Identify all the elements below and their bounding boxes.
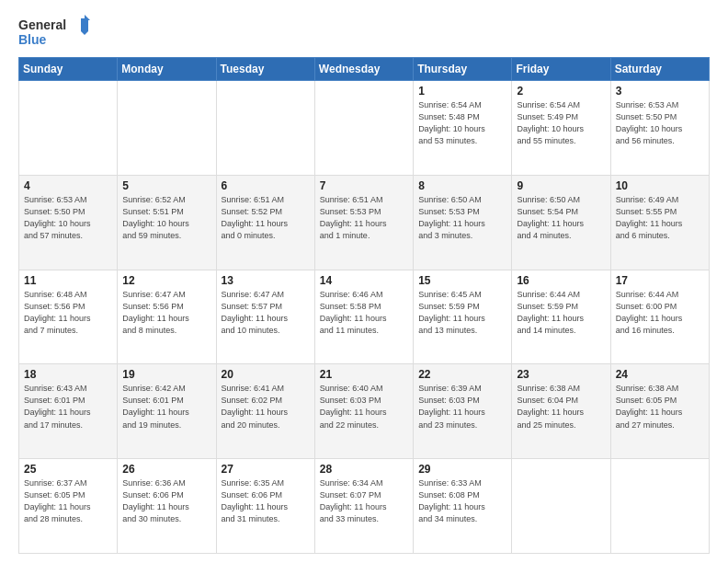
day-info: Sunrise: 6:36 AM Sunset: 6:06 PM Dayligh… <box>122 477 210 525</box>
calendar-header-monday: Monday <box>118 58 216 81</box>
day-number: 18 <box>24 368 112 381</box>
day-number: 23 <box>517 368 605 381</box>
day-number: 16 <box>517 274 605 287</box>
day-info: Sunrise: 6:38 AM Sunset: 6:05 PM Dayligh… <box>616 383 704 431</box>
calendar-cell: 16Sunrise: 6:44 AM Sunset: 5:59 PM Dayli… <box>512 270 610 364</box>
calendar-cell: 27Sunrise: 6:35 AM Sunset: 6:06 PM Dayli… <box>216 459 314 554</box>
calendar-cell: 26Sunrise: 6:36 AM Sunset: 6:06 PM Dayli… <box>118 459 216 554</box>
day-info: Sunrise: 6:34 AM Sunset: 6:07 PM Dayligh… <box>320 477 408 525</box>
calendar-cell <box>314 81 413 176</box>
day-info: Sunrise: 6:45 AM Sunset: 5:59 PM Dayligh… <box>418 289 506 337</box>
day-number: 2 <box>517 85 605 98</box>
day-info: Sunrise: 6:41 AM Sunset: 6:02 PM Dayligh… <box>222 383 310 431</box>
day-number: 20 <box>222 368 310 381</box>
day-number: 27 <box>222 463 310 476</box>
calendar-cell: 8Sunrise: 6:50 AM Sunset: 5:53 PM Daylig… <box>414 175 512 270</box>
day-info: Sunrise: 6:37 AM Sunset: 6:05 PM Dayligh… <box>24 477 112 525</box>
calendar-header-wednesday: Wednesday <box>314 58 413 81</box>
calendar-cell: 6Sunrise: 6:51 AM Sunset: 5:52 PM Daylig… <box>216 175 314 270</box>
calendar-cell: 15Sunrise: 6:45 AM Sunset: 5:59 PM Dayli… <box>414 270 512 364</box>
day-info: Sunrise: 6:44 AM Sunset: 5:59 PM Dayligh… <box>517 289 605 337</box>
day-info: Sunrise: 6:47 AM Sunset: 5:56 PM Dayligh… <box>122 289 210 337</box>
day-number: 25 <box>24 463 112 476</box>
calendar-cell: 28Sunrise: 6:34 AM Sunset: 6:07 PM Dayli… <box>314 459 413 554</box>
day-number: 14 <box>320 274 408 287</box>
calendar-cell <box>512 459 610 554</box>
calendar-cell: 10Sunrise: 6:49 AM Sunset: 5:55 PM Dayli… <box>610 175 709 270</box>
calendar-cell <box>118 81 216 176</box>
day-info: Sunrise: 6:46 AM Sunset: 5:58 PM Dayligh… <box>320 289 408 337</box>
day-number: 4 <box>24 179 112 192</box>
day-number: 6 <box>222 179 310 192</box>
calendar-cell: 23Sunrise: 6:38 AM Sunset: 6:04 PM Dayli… <box>512 364 610 459</box>
calendar-header-sunday: Sunday <box>19 58 118 81</box>
calendar-cell: 14Sunrise: 6:46 AM Sunset: 5:58 PM Dayli… <box>314 270 413 364</box>
calendar-cell: 12Sunrise: 6:47 AM Sunset: 5:56 PM Dayli… <box>118 270 216 364</box>
day-info: Sunrise: 6:53 AM Sunset: 5:50 PM Dayligh… <box>24 194 112 242</box>
day-info: Sunrise: 6:33 AM Sunset: 6:08 PM Dayligh… <box>418 477 506 525</box>
calendar-cell: 20Sunrise: 6:41 AM Sunset: 6:02 PM Dayli… <box>216 364 314 459</box>
svg-text:Blue: Blue <box>18 32 47 47</box>
day-info: Sunrise: 6:50 AM Sunset: 5:54 PM Dayligh… <box>517 194 605 242</box>
calendar-cell: 22Sunrise: 6:39 AM Sunset: 6:03 PM Dayli… <box>414 364 512 459</box>
day-info: Sunrise: 6:54 AM Sunset: 5:48 PM Dayligh… <box>418 99 506 147</box>
calendar-header-saturday: Saturday <box>610 58 709 81</box>
calendar-cell: 3Sunrise: 6:53 AM Sunset: 5:50 PM Daylig… <box>610 81 709 176</box>
header: General Blue <box>18 15 710 50</box>
svg-marker-3 <box>85 15 90 20</box>
calendar-cell: 11Sunrise: 6:48 AM Sunset: 5:56 PM Dayli… <box>19 270 118 364</box>
day-number: 13 <box>222 274 310 287</box>
day-number: 5 <box>122 179 210 192</box>
day-info: Sunrise: 6:44 AM Sunset: 6:00 PM Dayligh… <box>616 289 704 337</box>
day-info: Sunrise: 6:35 AM Sunset: 6:06 PM Dayligh… <box>222 477 310 525</box>
day-info: Sunrise: 6:51 AM Sunset: 5:52 PM Dayligh… <box>222 194 310 242</box>
day-number: 9 <box>517 179 605 192</box>
calendar-cell <box>610 459 709 554</box>
day-number: 17 <box>616 274 704 287</box>
calendar-header-friday: Friday <box>512 58 610 81</box>
calendar-cell: 4Sunrise: 6:53 AM Sunset: 5:50 PM Daylig… <box>19 175 118 270</box>
day-number: 26 <box>122 463 210 476</box>
day-number: 10 <box>616 179 704 192</box>
calendar-cell: 1Sunrise: 6:54 AM Sunset: 5:48 PM Daylig… <box>414 81 512 176</box>
calendar-cell: 9Sunrise: 6:50 AM Sunset: 5:54 PM Daylig… <box>512 175 610 270</box>
calendar-cell: 2Sunrise: 6:54 AM Sunset: 5:49 PM Daylig… <box>512 81 610 176</box>
day-number: 28 <box>320 463 408 476</box>
day-info: Sunrise: 6:40 AM Sunset: 6:03 PM Dayligh… <box>320 383 408 431</box>
calendar-cell: 7Sunrise: 6:51 AM Sunset: 5:53 PM Daylig… <box>314 175 413 270</box>
calendar-cell: 21Sunrise: 6:40 AM Sunset: 6:03 PM Dayli… <box>314 364 413 459</box>
calendar-week-2: 4Sunrise: 6:53 AM Sunset: 5:50 PM Daylig… <box>19 175 710 270</box>
day-number: 19 <box>122 368 210 381</box>
day-info: Sunrise: 6:49 AM Sunset: 5:55 PM Dayligh… <box>616 194 704 242</box>
day-number: 7 <box>320 179 408 192</box>
day-info: Sunrise: 6:50 AM Sunset: 5:53 PM Dayligh… <box>418 194 506 242</box>
day-number: 21 <box>320 368 408 381</box>
day-number: 15 <box>418 274 506 287</box>
calendar-week-1: 1Sunrise: 6:54 AM Sunset: 5:48 PM Daylig… <box>19 81 710 176</box>
day-number: 11 <box>24 274 112 287</box>
calendar-header-row: SundayMondayTuesdayWednesdayThursdayFrid… <box>19 58 710 81</box>
day-info: Sunrise: 6:51 AM Sunset: 5:53 PM Dayligh… <box>320 194 408 242</box>
calendar-table: SundayMondayTuesdayWednesdayThursdayFrid… <box>18 57 710 554</box>
calendar-cell: 29Sunrise: 6:33 AM Sunset: 6:08 PM Dayli… <box>414 459 512 554</box>
day-info: Sunrise: 6:43 AM Sunset: 6:01 PM Dayligh… <box>24 383 112 431</box>
day-info: Sunrise: 6:42 AM Sunset: 6:01 PM Dayligh… <box>122 383 210 431</box>
calendar-header-tuesday: Tuesday <box>216 58 314 81</box>
calendar-cell <box>216 81 314 176</box>
day-info: Sunrise: 6:54 AM Sunset: 5:49 PM Dayligh… <box>517 99 605 147</box>
day-number: 22 <box>418 368 506 381</box>
calendar-week-4: 18Sunrise: 6:43 AM Sunset: 6:01 PM Dayli… <box>19 364 710 459</box>
calendar-cell: 18Sunrise: 6:43 AM Sunset: 6:01 PM Dayli… <box>19 364 118 459</box>
svg-text:General: General <box>18 17 66 32</box>
calendar-cell: 5Sunrise: 6:52 AM Sunset: 5:51 PM Daylig… <box>118 175 216 270</box>
calendar-header-thursday: Thursday <box>414 58 512 81</box>
day-info: Sunrise: 6:52 AM Sunset: 5:51 PM Dayligh… <box>122 194 210 242</box>
calendar-cell: 13Sunrise: 6:47 AM Sunset: 5:57 PM Dayli… <box>216 270 314 364</box>
day-info: Sunrise: 6:38 AM Sunset: 6:04 PM Dayligh… <box>517 383 605 431</box>
day-info: Sunrise: 6:48 AM Sunset: 5:56 PM Dayligh… <box>24 289 112 337</box>
day-number: 29 <box>418 463 506 476</box>
day-info: Sunrise: 6:39 AM Sunset: 6:03 PM Dayligh… <box>418 383 506 431</box>
page: General Blue SundayMondayTuesdayWednesda… <box>0 0 728 563</box>
logo-svg: General Blue <box>18 15 92 50</box>
calendar-cell: 17Sunrise: 6:44 AM Sunset: 6:00 PM Dayli… <box>610 270 709 364</box>
